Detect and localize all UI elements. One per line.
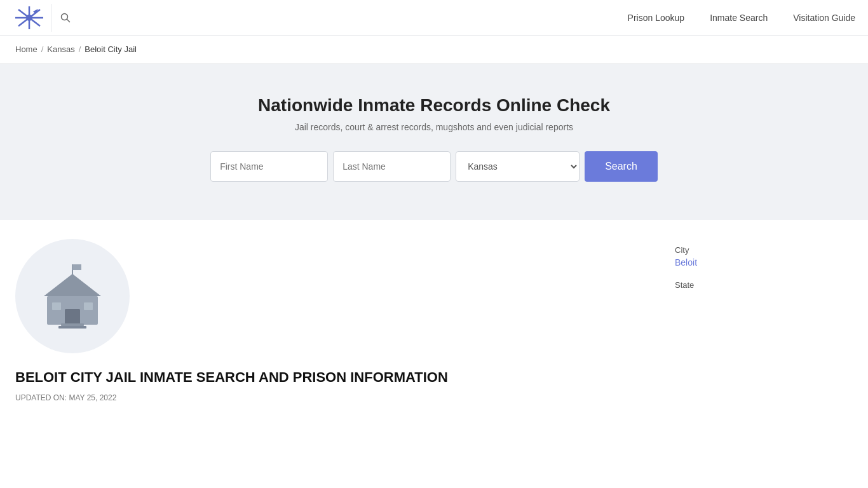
search-form: AlabamaAlaskaArizonaArkansasCaliforniaCo… bbox=[180, 151, 688, 182]
breadcrumb-state[interactable]: Kansas bbox=[47, 44, 74, 54]
content-left: BELOIT CITY JAIL INMATE SEARCH AND PRISO… bbox=[15, 239, 675, 412]
hero-subtitle: Jail records, court & arrest records, mu… bbox=[13, 122, 855, 132]
search-button[interactable]: Search bbox=[585, 151, 658, 182]
breadcrumb-sep-1: / bbox=[41, 44, 44, 54]
header-search-icon[interactable] bbox=[51, 4, 71, 32]
state-label: State bbox=[675, 280, 853, 290]
breadcrumb-home[interactable]: Home bbox=[15, 44, 37, 54]
facility-icon-circle bbox=[15, 239, 130, 353]
updated-date: UPDATED ON: MAY 25, 2022 bbox=[15, 393, 675, 402]
main-nav: Prison Lookup Inmate Search Visitation G… bbox=[628, 13, 855, 23]
nav-inmate-search[interactable]: Inmate Search bbox=[710, 13, 768, 23]
svg-rect-11 bbox=[84, 302, 93, 310]
svg-rect-14 bbox=[61, 323, 84, 326]
content-right: City Beloit State bbox=[675, 239, 853, 412]
site-header: Prison Lookup Inmate Search Visitation G… bbox=[0, 0, 868, 36]
nav-visitation-guide[interactable]: Visitation Guide bbox=[793, 13, 855, 23]
logo-area bbox=[13, 4, 71, 32]
first-name-input[interactable] bbox=[210, 151, 328, 182]
site-logo[interactable] bbox=[13, 4, 46, 32]
svg-rect-10 bbox=[52, 302, 61, 310]
nav-prison-lookup[interactable]: Prison Lookup bbox=[628, 13, 685, 23]
hero-title: Nationwide Inmate Records Online Check bbox=[13, 95, 855, 116]
svg-rect-9 bbox=[65, 309, 80, 325]
facility-title: BELOIT CITY JAIL INMATE SEARCH AND PRISO… bbox=[15, 369, 675, 387]
last-name-input[interactable] bbox=[333, 151, 451, 182]
city-value[interactable]: Beloit bbox=[675, 257, 853, 268]
svg-line-6 bbox=[67, 19, 69, 22]
svg-point-4 bbox=[26, 15, 32, 21]
content-body: BELOIT CITY JAIL INMATE SEARCH AND PRISO… bbox=[15, 239, 853, 412]
breadcrumb: Home / Kansas / Beloit City Jail bbox=[0, 36, 868, 64]
city-label: City bbox=[675, 245, 853, 255]
facility-building-icon bbox=[34, 261, 111, 331]
svg-marker-8 bbox=[44, 274, 101, 296]
state-select[interactable]: AlabamaAlaskaArizonaArkansasCaliforniaCo… bbox=[456, 151, 580, 182]
breadcrumb-current: Beloit City Jail bbox=[85, 44, 137, 54]
breadcrumb-sep-2: / bbox=[79, 44, 81, 54]
svg-rect-15 bbox=[58, 326, 86, 329]
svg-rect-13 bbox=[72, 264, 81, 270]
content-section: BELOIT CITY JAIL INMATE SEARCH AND PRISO… bbox=[0, 220, 868, 438]
hero-section: Nationwide Inmate Records Online Check J… bbox=[0, 64, 868, 220]
